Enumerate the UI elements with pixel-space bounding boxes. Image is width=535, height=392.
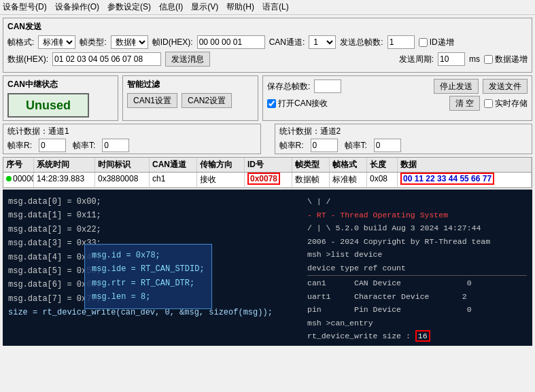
cell-direction: 接收 bbox=[197, 173, 245, 187]
can-channel-label: CAN通道: bbox=[269, 37, 305, 48]
stats-ch2-box: 统计数据：通道2 帧率R: 帧率T: bbox=[275, 124, 533, 154]
id-increment-label: ID递增 bbox=[430, 37, 454, 48]
frame-format-label: 帧格式: bbox=[7, 37, 34, 48]
term-line-9: msh >can_entry bbox=[307, 317, 527, 330]
col-length: 长度 bbox=[367, 158, 398, 172]
status-dot bbox=[6, 176, 12, 181]
send-msg-btn[interactable]: 发送消息 bbox=[165, 52, 210, 67]
save-file-btn[interactable]: 发送文件 bbox=[483, 79, 528, 94]
col-can-ch: CAN通道 bbox=[150, 158, 197, 172]
bottom-section: msg.data[0] = 0x00; msg.data[1] = 0x11; … bbox=[3, 190, 532, 346]
stats-ch2-frame-r-label: 帧率R: bbox=[279, 140, 304, 152]
id-increment-check-row: ID递增 bbox=[419, 37, 454, 48]
cell-time-id: 0x3880008 bbox=[95, 173, 150, 187]
term-line-6: can1 CAN Device 0 bbox=[307, 277, 527, 290]
menu-help[interactable]: 帮助(H) bbox=[226, 1, 254, 13]
unused-button[interactable]: Unused bbox=[7, 93, 89, 118]
col-data: 数据 bbox=[398, 158, 532, 172]
can1-setup-btn[interactable]: CAN1设置 bbox=[127, 93, 177, 108]
code-panel: msg.data[0] = 0x00; msg.data[1] = 0x11; … bbox=[3, 190, 302, 346]
menu-language[interactable]: 语言(L) bbox=[262, 1, 289, 13]
realtime-save-checkbox[interactable] bbox=[484, 99, 493, 108]
id-highlight: 0x0078 bbox=[247, 173, 280, 185]
code-line-2: msg.data[2] = 0x22; bbox=[8, 223, 296, 236]
send-period-label: 发送周期: bbox=[399, 54, 434, 65]
term-line-10: rt_device_write size : 16 bbox=[307, 329, 527, 343]
menu-display[interactable]: 显示(V) bbox=[191, 1, 218, 13]
can-send-box: CAN发送 帧格式: 标准帧 帧类型: 数据帧 帧ID(HEX): CAN通道:… bbox=[3, 18, 532, 73]
write-size-highlight: 16 bbox=[415, 330, 430, 342]
code-line-1: msg.data[1] = 0x11; bbox=[8, 209, 296, 222]
stats-ch2-frame-t-label: 帧率T: bbox=[345, 140, 367, 152]
can2-setup-btn[interactable]: CAN2设置 bbox=[182, 93, 232, 108]
stats-ch2-frame-r-input[interactable] bbox=[311, 139, 338, 152]
data-hex-label: 数据(HEX): bbox=[7, 54, 48, 65]
term-line-4: msh >list device bbox=[307, 248, 527, 262]
stats-ch1-frame-r-input[interactable] bbox=[39, 139, 66, 152]
send-period-unit: ms bbox=[469, 54, 480, 64]
can-channel-select[interactable]: 1 2 bbox=[309, 35, 336, 49]
code-line-0: msg.data[0] = 0x00; bbox=[8, 195, 296, 209]
can-send-title: CAN发送 bbox=[7, 21, 528, 33]
stats-ch2-frame-t-input[interactable] bbox=[374, 139, 401, 152]
data-increment-label: 数据递增 bbox=[495, 54, 528, 65]
open-receive-label: 打开CAN接收 bbox=[278, 98, 328, 109]
frame-id-input[interactable] bbox=[197, 35, 265, 49]
stats-ch1-frame-t-label: 帧率T: bbox=[73, 140, 95, 152]
term-line-0: \ | / bbox=[307, 195, 527, 209]
data-increment-check-row: 数据递增 bbox=[484, 54, 528, 65]
term-line-5: device type ref count bbox=[307, 262, 527, 275]
menu-info[interactable]: 信息(I) bbox=[159, 1, 183, 13]
cell-can-ch: ch1 bbox=[150, 173, 197, 187]
term-line-2: / | \ 5.2.0 build Aug 3 2024 14:27:44 bbox=[307, 221, 527, 235]
frame-id-label: 帧ID(HEX): bbox=[152, 37, 193, 48]
total-frames-input[interactable] bbox=[387, 35, 415, 49]
smart-filter-box: 智能过滤 CAN1设置 CAN2设置 bbox=[122, 75, 258, 121]
data-hex-input[interactable] bbox=[52, 52, 161, 66]
table-row[interactable]: 00000 14:28:39.883 0x3880008 ch1 接收 0x00… bbox=[3, 173, 532, 188]
term-separator bbox=[307, 275, 527, 276]
can-relay-title: CAN中继状态 bbox=[7, 79, 114, 90]
stats-ch2-title: 统计数据：通道2 bbox=[279, 126, 341, 136]
col-frame-format: 帧格式 bbox=[330, 158, 367, 172]
cell-data: 00 11 22 33 44 55 66 77 bbox=[398, 173, 532, 187]
data-highlight: 00 11 22 33 44 55 66 77 bbox=[400, 173, 494, 185]
table-header: 序号 系统时间 时间标识 CAN通道 传输方向 ID号 帧类型 帧格式 长度 数… bbox=[3, 158, 532, 173]
save-stop-box: 保存总帧数: 停止发送 发送文件 打开CAN接收 清 空 实时存储 bbox=[262, 75, 532, 121]
frame-type-select[interactable]: 数据帧 bbox=[111, 35, 148, 49]
cell-sys-time: 14:28:39.883 bbox=[34, 173, 95, 187]
stop-send-btn[interactable]: 停止发送 bbox=[434, 79, 479, 94]
frame-format-select[interactable]: 标准帧 bbox=[38, 35, 75, 49]
stats-ch1-title: 统计数据：通道1 bbox=[7, 126, 69, 136]
overlay-line-2: msg.rtr = RT_CAN_DTR; bbox=[92, 277, 205, 290]
col-time-id: 时间标识 bbox=[95, 158, 150, 172]
overlay-line-0: msg.id = 0x78; bbox=[92, 249, 205, 262]
stats-ch1-frame-t-input[interactable] bbox=[102, 139, 129, 152]
col-index: 序号 bbox=[3, 158, 34, 172]
send-period-input[interactable] bbox=[438, 52, 465, 66]
open-receive-checkbox[interactable] bbox=[267, 99, 276, 108]
menu-device-op[interactable]: 设备操作(O) bbox=[55, 1, 99, 13]
col-sys-time: 系统时间 bbox=[34, 158, 95, 172]
main-container: CAN发送 帧格式: 标准帧 帧类型: 数据帧 帧ID(HEX): CAN通道:… bbox=[0, 15, 535, 349]
middle-section: CAN中继状态 Unused 智能过滤 CAN1设置 CAN2设置 保存总帧数:… bbox=[3, 75, 532, 121]
menu-device-type[interactable]: 设备型号(D) bbox=[3, 1, 47, 13]
save-frames-input[interactable] bbox=[314, 79, 341, 93]
cell-frame-type: 数据帧 bbox=[292, 173, 330, 187]
term-line-8: pin Pin Device 0 bbox=[307, 303, 527, 317]
menu-params[interactable]: 参数设定(S) bbox=[107, 1, 151, 13]
id-increment-checkbox[interactable] bbox=[419, 38, 428, 47]
realtime-save-label: 实时存储 bbox=[495, 98, 528, 109]
term-line-11: msh > bbox=[307, 343, 527, 346]
data-increment-checkbox[interactable] bbox=[484, 55, 493, 64]
can-relay-box: CAN中继状态 Unused bbox=[3, 75, 118, 121]
code-overlay: msg.id = 0x78; msg.ide = RT_CAN_STDID; m… bbox=[84, 244, 212, 309]
clear-btn[interactable]: 清 空 bbox=[449, 96, 480, 111]
col-id: ID号 bbox=[245, 158, 292, 172]
cell-frame-format: 标准帧 bbox=[330, 173, 367, 187]
stats-section: 统计数据：通道1 帧率R: 帧率T: 统计数据：通道2 帧率R: 帧率T: bbox=[3, 124, 532, 154]
menubar: 设备型号(D) 设备操作(O) 参数设定(S) 信息(I) 显示(V) 帮助(H… bbox=[0, 0, 535, 15]
table-section: 序号 系统时间 时间标识 CAN通道 传输方向 ID号 帧类型 帧格式 长度 数… bbox=[3, 157, 532, 188]
total-frames-label: 发送总帧数: bbox=[340, 37, 383, 48]
frame-type-label: 帧类型: bbox=[80, 37, 106, 48]
